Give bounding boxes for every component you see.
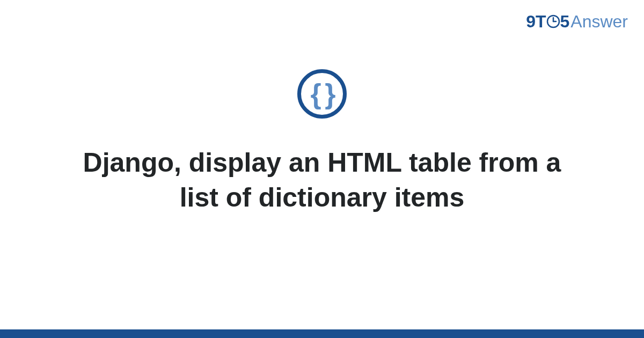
page-title: Django, display an HTML table from a lis… [80, 145, 564, 215]
braces-glyph: { } [311, 80, 334, 108]
main-content: { } Django, display an HTML table from a… [0, 0, 644, 338]
code-braces-icon: { } [297, 69, 347, 119]
footer-accent-bar [0, 329, 644, 338]
